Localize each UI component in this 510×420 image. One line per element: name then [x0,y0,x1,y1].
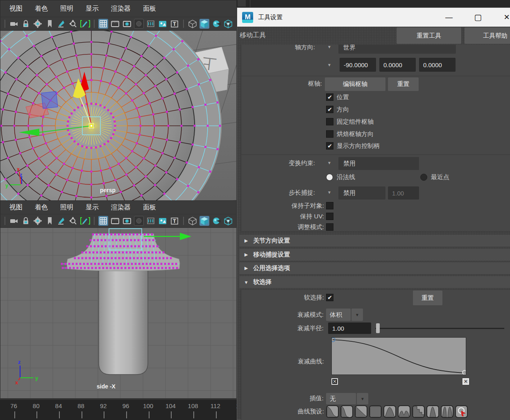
timeline-frame-label[interactable]: 76 [10,402,17,409]
preset-comb-icon[interactable] [441,405,453,418]
curve-start-key-marker[interactable]: ✕ [331,378,338,385]
curve-end-key-marker[interactable]: ✕ [462,378,469,385]
mushroom-stem[interactable] [99,268,148,375]
menu-lighting[interactable]: 照明 [60,203,73,212]
resolution-gate-icon[interactable] [122,216,132,226]
grid-icon[interactable] [98,216,108,226]
shaded-cube-icon[interactable] [199,216,209,226]
menu-view[interactable]: 视图 [9,203,23,212]
preset-stairs-icon[interactable] [412,405,425,418]
menu-renderer[interactable]: 渲染器 [111,203,131,212]
interpolation-dropdown[interactable]: 无 [326,393,356,404]
preset-constant-icon[interactable] [369,405,382,418]
timeline-frame-label[interactable]: 104 [165,402,176,409]
menu-panels[interactable]: 面板 [143,5,156,13]
position-checkbox[interactable]: ✔ [326,93,333,101]
closest-point-radio[interactable] [420,174,427,181]
time-slider[interactable]: 7680848892961001041081121 [0,398,237,420]
preset-soft-icon[interactable] [326,405,339,418]
camera-icon[interactable] [9,19,19,29]
gear-icon[interactable] [33,19,43,29]
falloff-mode-arrow-button[interactable]: ▼ [351,309,363,321]
lighting-icon[interactable] [57,19,66,29]
timeline-frame-label[interactable]: 88 [77,402,84,409]
menu-lighting[interactable]: 照明 [60,5,73,13]
pencil-context-icon[interactable] [80,19,90,29]
tweak-mode-checkbox[interactable]: ✔ [326,223,333,231]
menu-shading[interactable]: 着色 [35,203,48,212]
bookmark-icon[interactable] [45,19,54,29]
close-button[interactable]: ✕ [498,8,510,27]
pivot-reset-button[interactable]: 重置 [388,77,419,91]
light-sphere-icon[interactable] [211,216,221,226]
along-normal-radio[interactable] [326,174,333,181]
axis-orientation-menu-arrow[interactable]: ▼ [327,45,331,49]
wireframe-cube-icon[interactable] [188,19,197,29]
timeline-frame-label[interactable]: 84 [55,402,62,409]
preset-spike-icon[interactable] [426,405,439,418]
rotate-values-menu-arrow[interactable]: ▼ [327,63,331,67]
tool-help-button[interactable]: 工具帮助 [465,27,510,44]
interpolation-arrow-button[interactable]: ▼ [357,393,368,404]
camera-icon[interactable] [9,216,19,226]
pan-zoom-icon[interactable] [68,216,78,226]
image-plane-icon[interactable] [158,19,168,29]
preserve-children-checkbox[interactable]: ✔ [326,202,333,209]
preset-ring-picker-icon[interactable] [455,405,468,418]
reset-tool-button[interactable]: 重置工具 [397,27,461,44]
edit-pivot-button[interactable]: 编辑枢轴 [325,77,385,91]
falloff-radius-slider-handle[interactable] [376,323,380,333]
pan-zoom-icon[interactable] [68,19,78,29]
side-3d-scene[interactable]: z y x side -X [0,228,236,399]
falloff-curve-graph[interactable] [331,337,466,375]
hud-text-icon[interactable]: T [170,216,179,226]
timeline-frame-label[interactable]: 80 [33,402,40,409]
falloff-radius-slider-track[interactable] [375,328,504,329]
resolution-gate-icon[interactable] [122,19,132,29]
timeline-frame-label[interactable]: 108 [188,402,198,409]
step-snap-menu-arrow[interactable]: ▼ [327,190,331,195]
window-titlebar[interactable]: M 工具设置 — ▢ ✕ [237,8,510,27]
bake-pivot-orientation-checkbox[interactable]: ✔ [326,130,333,138]
plane-handle-blue[interactable] [41,91,58,109]
soft-select-checkbox[interactable]: ✔ [326,294,333,301]
maximize-button[interactable]: ▢ [469,8,487,27]
pin-component-pivot-checkbox[interactable]: ✔ [326,118,333,125]
field-chart-icon[interactable] [146,216,156,226]
lock-icon[interactable] [21,216,31,226]
pencil-context-icon[interactable] [80,216,90,226]
section-soft-selection[interactable]: ▼ 软选择 [239,276,510,288]
film-gate-icon[interactable] [110,19,120,29]
menu-panels[interactable]: 面板 [143,203,156,212]
orientation-checkbox[interactable]: ✔ [326,106,333,113]
shaded-cube-icon[interactable] [199,19,209,29]
image-plane-icon[interactable] [158,216,168,226]
grid-icon[interactable] [98,19,108,29]
falloff-mode-dropdown[interactable]: 体积 [326,309,351,321]
preset-medium-icon[interactable] [340,405,353,418]
textured-cube-icon[interactable] [223,19,233,29]
transform-constraint-menu-arrow[interactable]: ▼ [327,161,331,165]
gate-mask-icon[interactable] [134,216,144,226]
wireframe-cube-icon[interactable] [188,216,197,226]
menu-show[interactable]: 显示 [86,5,99,13]
preset-linear-icon[interactable] [355,405,367,418]
rotate-y-field[interactable]: 0.0000 [379,58,416,72]
rotate-z-field[interactable]: 0.0000 [419,58,456,72]
gate-mask-icon[interactable] [134,19,144,29]
film-gate-icon[interactable] [110,216,120,226]
timeline-frame-label[interactable]: 92 [100,402,107,409]
menu-shading[interactable]: 着色 [35,5,48,13]
preserve-uv-checkbox[interactable]: ✔ [326,213,333,220]
section-common-selection-options[interactable]: ▶ 公用选择选项 [239,262,510,274]
timeline-frame-label[interactable]: 100 [143,402,153,409]
axis-orientation-dropdown[interactable]: 世界 [338,45,456,54]
light-sphere-icon[interactable] [211,19,221,29]
field-chart-icon[interactable] [146,19,156,29]
bookmark-icon[interactable] [45,216,54,226]
menu-view[interactable]: 视图 [9,5,23,13]
timeline-frame-label[interactable]: 96 [122,402,129,409]
section-joint-orient-settings[interactable]: ▶ 关节方向设置 [239,235,510,247]
minimize-button[interactable]: — [440,8,458,27]
timeline-frame-label[interactable]: 112 [211,402,220,409]
